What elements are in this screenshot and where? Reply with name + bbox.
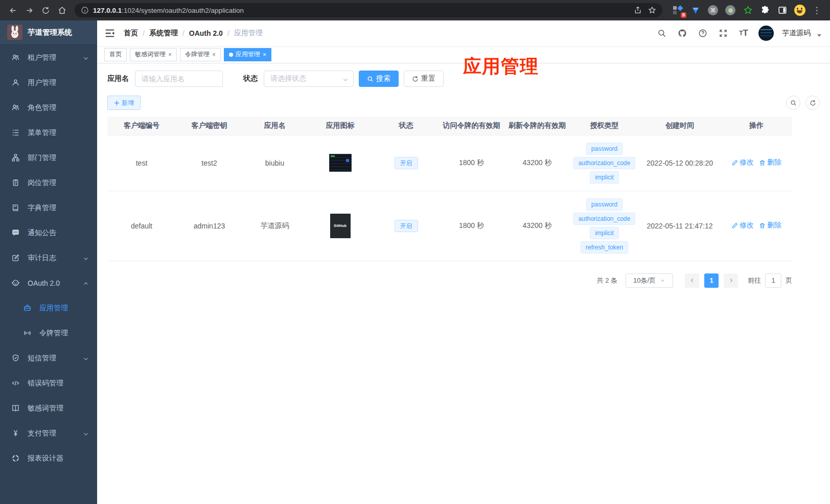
chevron-left-icon [689, 278, 695, 283]
back-button[interactable] [5, 3, 20, 18]
gem-extension-icon[interactable] [690, 5, 701, 16]
user-avatar[interactable] [758, 26, 774, 41]
chevron-right-icon [728, 278, 734, 283]
command-extension-icon[interactable]: ⌘ [707, 5, 719, 16]
sidebar-item-role[interactable]: 角色管理 [0, 95, 97, 120]
sidebar-item-dept[interactable]: 部门管理 [0, 145, 97, 170]
delete-button[interactable]: 删除 [759, 158, 781, 167]
close-icon[interactable]: × [263, 52, 266, 58]
breadcrumb-home[interactable]: 首页 [124, 29, 138, 38]
pagination: 共 2 条 10条/页 1 前往 页 [107, 273, 792, 288]
sidebar-item-menu[interactable]: 菜单管理 [0, 120, 97, 145]
reload-button[interactable] [38, 3, 53, 18]
cell-created: 2022-05-11 21:47:12 [639, 191, 721, 261]
tab-sensitive-word[interactable]: 敏感词管理× [130, 48, 177, 61]
sidebar-item-dict[interactable]: 字典管理 [0, 195, 97, 220]
status-label: 状态 [243, 74, 258, 83]
search-button[interactable]: 搜索 [359, 71, 399, 87]
status-select[interactable]: 请选择状态 [264, 71, 354, 87]
sidebar-item-notice[interactable]: 通知公告 [0, 220, 97, 245]
cell-actions: 修改删除 [721, 135, 792, 191]
github-icon[interactable] [675, 26, 690, 41]
font-size-icon[interactable]: TT [736, 26, 751, 41]
sidebar-item-oauth[interactable]: OAuth 2.0 [0, 270, 97, 295]
next-page-button[interactable] [724, 273, 738, 288]
table-header-row: 客户端编号 客户端密钥 应用名 应用图标 状态 访问令牌的有效期 刷新令牌的有效… [107, 117, 792, 135]
search-icon[interactable] [654, 26, 670, 41]
tab-home[interactable]: 首页 [104, 48, 127, 61]
help-icon[interactable] [695, 26, 710, 41]
grant-type-tag: implicit [590, 171, 619, 184]
table-row: test test2 biubiu 开启 1800 秒 43200 秒 pass… [107, 135, 792, 191]
sidebar-item-tenant[interactable]: 租户管理 [0, 45, 97, 70]
forward-button[interactable] [21, 3, 37, 18]
app-name-input[interactable] [135, 71, 223, 87]
col-created: 创建时间 [639, 117, 721, 135]
add-button[interactable]: 新增 [107, 96, 141, 110]
home-button[interactable] [54, 3, 70, 18]
toggle-search-button[interactable] [786, 96, 800, 110]
breadcrumb-system[interactable]: 系统管理 [149, 29, 178, 38]
cell-actions: 修改删除 [721, 191, 792, 261]
reset-button[interactable]: 重置 [404, 71, 444, 87]
sidebar-item-errorcode[interactable]: 错误码管理 [0, 371, 97, 396]
sidebar-item-sensitiveword[interactable]: 敏感词管理 [0, 396, 97, 421]
fullscreen-icon[interactable] [716, 26, 731, 41]
sidebar-item-oauth-application[interactable]: 应用管理 [0, 295, 97, 320]
sidebar-item-pay[interactable]: 支付管理 [0, 421, 97, 446]
cell-grant-types: password authorization_code implicit ref… [570, 191, 639, 261]
sidebar-item-post[interactable]: 岗位管理 [0, 170, 97, 195]
logo-image [7, 25, 22, 40]
cell-access-ttl: 1800 秒 [439, 135, 504, 191]
user-icon [11, 78, 20, 87]
profile-avatar-icon[interactable] [794, 5, 805, 16]
dot-extension-icon[interactable] [725, 5, 736, 16]
sidebar-collapse-icon[interactable] [104, 28, 116, 39]
role-icon [11, 103, 20, 112]
prev-page-button[interactable] [685, 273, 699, 288]
edit-icon [731, 222, 738, 229]
share-icon[interactable] [631, 3, 645, 17]
side-panel-icon[interactable] [777, 5, 788, 16]
trash-icon [759, 222, 766, 229]
page-size-select[interactable]: 10条/页 [626, 273, 673, 288]
logo[interactable]: 芋道管理系统 [0, 20, 97, 44]
close-icon[interactable]: × [168, 52, 172, 58]
browser-menu-icon[interactable]: ⋮ [812, 3, 822, 18]
username[interactable]: 芋道源码 [782, 29, 811, 38]
sidebar-item-oauth-token[interactable]: 令牌管理 [0, 320, 97, 346]
table-row: default admin123 芋道源码 GitHub 开启 1800 秒 4… [107, 191, 792, 261]
app-icon-thumbnail [329, 154, 352, 172]
cell-refresh-ttl: 43200 秒 [504, 191, 570, 261]
breadcrumb-oauth[interactable]: OAuth 2.0 [189, 29, 223, 37]
sidebar-item-sms[interactable]: 短信管理 [0, 346, 97, 371]
delete-button[interactable]: 删除 [759, 221, 781, 230]
address-bar[interactable]: 127.0.0.1:1024/system/oauth2/oauth2/appl… [75, 3, 662, 17]
extension-grid-icon[interactable]: 9 [673, 5, 684, 16]
puzzle-extension-icon[interactable] [759, 5, 771, 16]
col-secret: 客户端密钥 [176, 117, 243, 135]
star-extension-icon[interactable] [742, 5, 753, 16]
col-status: 状态 [374, 117, 439, 135]
chevron-down-icon [83, 55, 89, 61]
cell-access-ttl: 1800 秒 [439, 191, 504, 261]
page-number-1[interactable]: 1 [704, 273, 719, 288]
sidebar-item-report[interactable]: 报表设计器 [0, 446, 97, 471]
goto-page-input[interactable] [765, 273, 781, 288]
edit-button[interactable]: 修改 [731, 221, 754, 230]
close-icon[interactable]: × [212, 52, 216, 58]
tab-application[interactable]: 应用管理× [224, 48, 271, 61]
browser-toolbar: 127.0.0.1:1024/system/oauth2/oauth2/appl… [0, 0, 830, 20]
sidebar-item-audit[interactable]: 审计日志 [0, 245, 97, 270]
info-icon[interactable] [81, 6, 89, 14]
bookmark-star-icon[interactable] [645, 3, 659, 17]
menu-tree-icon [11, 128, 20, 138]
caret-down-icon[interactable] [817, 31, 822, 36]
tab-token[interactable]: 令牌管理× [180, 48, 221, 61]
chevron-down-icon [83, 355, 89, 361]
edit-button[interactable]: 修改 [731, 158, 754, 167]
cell-secret: admin123 [176, 191, 243, 261]
refresh-table-button[interactable] [805, 96, 820, 110]
sidebar-item-user[interactable]: 用户管理 [0, 70, 97, 95]
url-text: 127.0.0.1:1024/system/oauth2/oauth2/appl… [93, 7, 631, 14]
